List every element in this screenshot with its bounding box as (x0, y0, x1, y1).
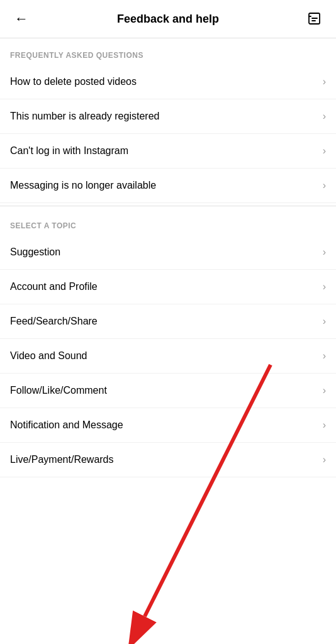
section-divider (0, 206, 336, 206)
chevron-icon-faq-3: › (323, 180, 326, 191)
faq-item-1[interactable]: This number is already registered › (0, 99, 336, 134)
chevron-icon-topic-3: › (323, 350, 326, 362)
topic-item-6[interactable]: Live/Payment/Rewards › (0, 443, 336, 477)
topic-item-4[interactable]: Follow/Like/Comment › (0, 374, 336, 408)
chevron-icon-topic-6: › (323, 454, 326, 465)
chevron-icon-topic-5: › (323, 419, 326, 431)
topic-item-label-4: Follow/Like/Comment (10, 385, 107, 396)
topic-item-label-6: Live/Payment/Rewards (10, 454, 114, 465)
topic-item-label-1: Account and Profile (10, 281, 98, 292)
topic-item-label-5: Notification and Message (10, 419, 123, 431)
chevron-icon-topic-1: › (323, 281, 326, 292)
faq-list: How to delete posted videos › This numbe… (0, 65, 336, 203)
chevron-icon-faq-0: › (323, 76, 326, 87)
faq-item-label-3: Messaging is no longer available (10, 180, 156, 191)
faq-item-3[interactable]: Messaging is no longer available › (0, 169, 336, 203)
faq-item-0[interactable]: How to delete posted videos › (0, 65, 336, 99)
topic-list: Suggestion › Account and Profile › Feed/… (0, 235, 336, 477)
topic-section-header: SELECT A TOPIC (0, 209, 336, 235)
topic-item-label-0: Suggestion (10, 247, 60, 258)
topic-item-label-3: Video and Sound (10, 350, 87, 362)
faq-item-label-1: This number is already registered (10, 111, 159, 122)
topic-item-label-2: Feed/Search/Share (10, 316, 98, 327)
topic-item-0[interactable]: Suggestion › (0, 235, 336, 270)
faq-item-label-2: Can't log in with Instagram (10, 145, 128, 157)
faq-item-label-0: How to delete posted videos (10, 76, 137, 87)
chevron-icon-faq-1: › (323, 111, 326, 122)
chevron-icon-topic-4: › (323, 385, 326, 396)
faq-item-2[interactable]: Can't log in with Instagram › (0, 134, 336, 169)
chevron-icon-faq-2: › (323, 145, 326, 157)
topic-item-1[interactable]: Account and Profile › (0, 270, 336, 304)
back-arrow-icon: ← (14, 11, 28, 27)
header: ← Feedback and help (0, 0, 336, 38)
topic-item-2[interactable]: Feed/Search/Share › (0, 304, 336, 339)
chevron-icon-topic-0: › (323, 247, 326, 258)
topic-item-3[interactable]: Video and Sound › (0, 339, 336, 374)
topic-item-5[interactable]: Notification and Message › (0, 408, 336, 443)
faq-section-header: FREQUENTLY ASKED QUESTIONS (0, 38, 336, 65)
compose-button[interactable] (303, 8, 326, 30)
page-title: Feedback and help (117, 13, 219, 26)
chevron-icon-topic-2: › (323, 316, 326, 327)
compose-icon (307, 11, 322, 26)
back-button[interactable]: ← (10, 8, 33, 30)
